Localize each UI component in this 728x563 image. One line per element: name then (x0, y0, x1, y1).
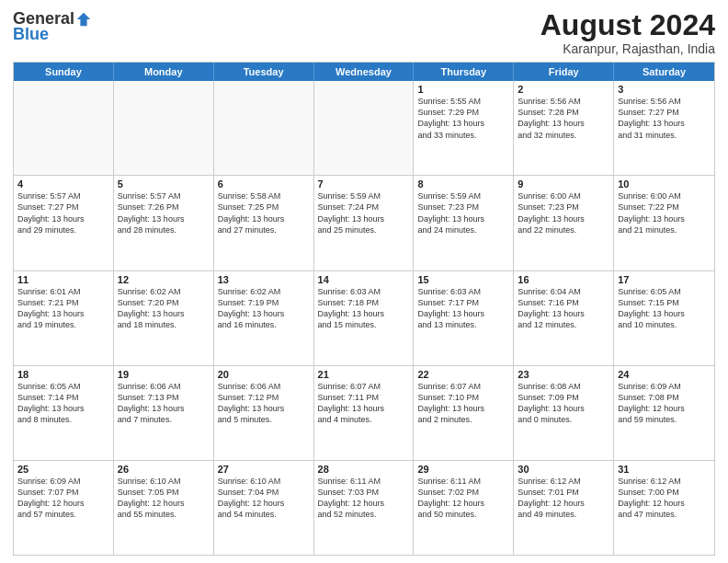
day-number: 23 (518, 369, 609, 380)
cell-info: Sunrise: 5:57 AM Sunset: 7:26 PM Dayligh… (118, 190, 210, 236)
day-number: 20 (218, 369, 310, 380)
cell-info: Sunrise: 6:03 AM Sunset: 7:18 PM Dayligh… (318, 286, 410, 331)
cal-cell-18: 18Sunrise: 6:05 AM Sunset: 7:14 PM Dayli… (14, 366, 114, 460)
day-number: 31 (618, 464, 711, 475)
cal-cell-7: 7Sunrise: 5:59 AM Sunset: 7:24 PM Daylig… (314, 176, 415, 270)
day-number: 18 (17, 369, 109, 380)
day-number: 9 (518, 178, 609, 190)
cal-cell-28: 28Sunrise: 6:11 AM Sunset: 7:03 PM Dayli… (314, 461, 415, 555)
day-number: 14 (318, 274, 410, 285)
day-number: 27 (218, 464, 310, 475)
cal-cell-6: 6Sunrise: 5:58 AM Sunset: 7:25 PM Daylig… (214, 176, 314, 270)
cell-info: Sunrise: 6:07 AM Sunset: 7:11 PM Dayligh… (318, 381, 410, 426)
cal-cell-12: 12Sunrise: 6:02 AM Sunset: 7:20 PM Dayli… (114, 271, 214, 365)
day-number: 29 (417, 464, 509, 475)
day-number: 7 (318, 178, 410, 190)
cell-info: Sunrise: 5:59 AM Sunset: 7:23 PM Dayligh… (417, 190, 509, 236)
day-number: 21 (318, 369, 410, 380)
cal-cell-15: 15Sunrise: 6:03 AM Sunset: 7:17 PM Dayli… (414, 271, 514, 365)
page: General Blue August 2024 Karanpur, Rajas… (0, 0, 728, 563)
cell-info: Sunrise: 6:09 AM Sunset: 7:08 PM Dayligh… (618, 381, 711, 426)
cell-info: Sunrise: 6:10 AM Sunset: 7:04 PM Dayligh… (218, 476, 310, 521)
calendar-body: 1Sunrise: 5:55 AM Sunset: 7:29 PM Daylig… (14, 81, 714, 555)
header-cell-monday: Monday (114, 63, 214, 81)
cell-info: Sunrise: 6:04 AM Sunset: 7:16 PM Dayligh… (518, 286, 609, 331)
cal-cell-31: 31Sunrise: 6:12 AM Sunset: 7:00 PM Dayli… (614, 461, 714, 555)
cell-info: Sunrise: 5:57 AM Sunset: 7:27 PM Dayligh… (17, 190, 109, 236)
cal-cell-3: 3Sunrise: 5:56 AM Sunset: 7:27 PM Daylig… (614, 81, 714, 175)
day-number: 2 (518, 84, 609, 95)
week-row-5: 25Sunrise: 6:09 AM Sunset: 7:07 PM Dayli… (14, 460, 714, 555)
day-number: 26 (118, 464, 210, 475)
cal-cell-29: 29Sunrise: 6:11 AM Sunset: 7:02 PM Dayli… (414, 461, 514, 555)
calendar: SundayMondayTuesdayWednesdayThursdayFrid… (13, 62, 715, 556)
cal-cell-14: 14Sunrise: 6:03 AM Sunset: 7:18 PM Dayli… (314, 271, 415, 365)
cal-cell-23: 23Sunrise: 6:08 AM Sunset: 7:09 PM Dayli… (514, 366, 614, 460)
day-number: 30 (518, 464, 609, 475)
cell-info: Sunrise: 6:12 AM Sunset: 7:00 PM Dayligh… (618, 476, 711, 521)
cell-info: Sunrise: 6:06 AM Sunset: 7:13 PM Dayligh… (118, 381, 210, 426)
logo-blue-text: Blue (13, 25, 49, 44)
cal-cell-1: 1Sunrise: 5:55 AM Sunset: 7:29 PM Daylig… (414, 81, 514, 175)
cell-info: Sunrise: 6:00 AM Sunset: 7:22 PM Dayligh… (618, 190, 711, 236)
cell-info: Sunrise: 6:10 AM Sunset: 7:05 PM Dayligh… (118, 476, 210, 521)
cell-info: Sunrise: 6:02 AM Sunset: 7:19 PM Dayligh… (218, 286, 310, 331)
week-row-1: 1Sunrise: 5:55 AM Sunset: 7:29 PM Daylig… (14, 81, 714, 175)
cell-info: Sunrise: 6:05 AM Sunset: 7:14 PM Dayligh… (17, 381, 109, 426)
logo: General Blue (13, 9, 93, 44)
cell-info: Sunrise: 6:12 AM Sunset: 7:01 PM Dayligh… (518, 476, 609, 521)
cell-info: Sunrise: 6:09 AM Sunset: 7:07 PM Dayligh… (17, 476, 109, 521)
header: General Blue August 2024 Karanpur, Rajas… (13, 9, 715, 56)
day-number: 22 (417, 369, 509, 380)
week-row-4: 18Sunrise: 6:05 AM Sunset: 7:14 PM Dayli… (14, 365, 714, 460)
cal-cell-26: 26Sunrise: 6:10 AM Sunset: 7:05 PM Dayli… (114, 461, 214, 555)
cal-cell-25: 25Sunrise: 6:09 AM Sunset: 7:07 PM Dayli… (14, 461, 114, 555)
cell-info: Sunrise: 5:59 AM Sunset: 7:24 PM Dayligh… (318, 190, 410, 236)
month-title: August 2024 (540, 9, 715, 41)
cell-info: Sunrise: 6:03 AM Sunset: 7:17 PM Dayligh… (417, 286, 509, 331)
header-cell-saturday: Saturday (614, 63, 714, 81)
cal-cell-2: 2Sunrise: 5:56 AM Sunset: 7:28 PM Daylig… (514, 81, 614, 175)
cal-cell-4: 4Sunrise: 5:57 AM Sunset: 7:27 PM Daylig… (14, 176, 114, 270)
day-number: 5 (118, 178, 210, 190)
cal-cell-11: 11Sunrise: 6:01 AM Sunset: 7:21 PM Dayli… (14, 271, 114, 365)
cal-cell-22: 22Sunrise: 6:07 AM Sunset: 7:10 PM Dayli… (414, 366, 514, 460)
cal-cell-5: 5Sunrise: 5:57 AM Sunset: 7:26 PM Daylig… (114, 176, 214, 270)
header-cell-wednesday: Wednesday (314, 63, 415, 81)
cal-cell-9: 9Sunrise: 6:00 AM Sunset: 7:23 PM Daylig… (514, 176, 614, 270)
cell-info: Sunrise: 5:55 AM Sunset: 7:29 PM Dayligh… (417, 96, 509, 141)
day-number: 16 (518, 274, 609, 285)
day-number: 24 (618, 369, 711, 380)
cell-info: Sunrise: 6:00 AM Sunset: 7:23 PM Dayligh… (518, 190, 609, 236)
cal-cell-8: 8Sunrise: 5:59 AM Sunset: 7:23 PM Daylig… (414, 176, 514, 270)
cal-cell-empty-3 (314, 81, 415, 175)
day-number: 10 (618, 178, 711, 190)
cal-cell-24: 24Sunrise: 6:09 AM Sunset: 7:08 PM Dayli… (614, 366, 714, 460)
cell-info: Sunrise: 6:08 AM Sunset: 7:09 PM Dayligh… (518, 381, 609, 426)
cell-info: Sunrise: 5:58 AM Sunset: 7:25 PM Dayligh… (218, 190, 310, 236)
cell-info: Sunrise: 6:05 AM Sunset: 7:15 PM Dayligh… (618, 286, 711, 331)
cal-cell-13: 13Sunrise: 6:02 AM Sunset: 7:19 PM Dayli… (214, 271, 314, 365)
header-cell-tuesday: Tuesday (214, 63, 314, 81)
day-number: 6 (218, 178, 310, 190)
cell-info: Sunrise: 6:07 AM Sunset: 7:10 PM Dayligh… (417, 381, 509, 426)
location: Karanpur, Rajasthan, India (540, 41, 715, 56)
cal-cell-21: 21Sunrise: 6:07 AM Sunset: 7:11 PM Dayli… (314, 366, 415, 460)
week-row-3: 11Sunrise: 6:01 AM Sunset: 7:21 PM Dayli… (14, 270, 714, 365)
day-number: 3 (618, 84, 711, 95)
day-number: 15 (417, 274, 509, 285)
cell-info: Sunrise: 6:06 AM Sunset: 7:12 PM Dayligh… (218, 381, 310, 426)
day-number: 28 (318, 464, 410, 475)
cal-cell-30: 30Sunrise: 6:12 AM Sunset: 7:01 PM Dayli… (514, 461, 614, 555)
header-cell-thursday: Thursday (414, 63, 514, 81)
title-block: August 2024 Karanpur, Rajasthan, India (540, 9, 715, 56)
day-number: 17 (618, 274, 711, 285)
calendar-header: SundayMondayTuesdayWednesdayThursdayFrid… (14, 63, 714, 81)
cell-info: Sunrise: 5:56 AM Sunset: 7:28 PM Dayligh… (518, 96, 609, 141)
cell-info: Sunrise: 6:11 AM Sunset: 7:03 PM Dayligh… (318, 476, 410, 521)
week-row-2: 4Sunrise: 5:57 AM Sunset: 7:27 PM Daylig… (14, 175, 714, 270)
logo-icon (75, 11, 92, 28)
cell-info: Sunrise: 6:11 AM Sunset: 7:02 PM Dayligh… (417, 476, 509, 521)
day-number: 4 (17, 178, 109, 190)
cal-cell-16: 16Sunrise: 6:04 AM Sunset: 7:16 PM Dayli… (514, 271, 614, 365)
